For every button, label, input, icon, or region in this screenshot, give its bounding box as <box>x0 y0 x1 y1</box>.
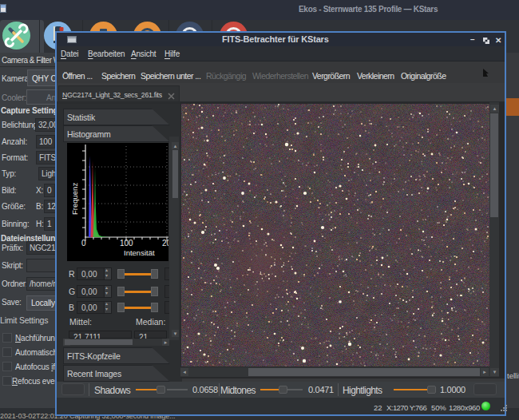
svg-text:0: 0 <box>81 239 86 248</box>
svg-text:20: 20 <box>162 239 168 248</box>
svg-text:Intensität: Intensität <box>124 248 155 257</box>
svg-text:100: 100 <box>120 239 133 248</box>
svg-text:Frequenz: Frequenz <box>70 183 79 215</box>
